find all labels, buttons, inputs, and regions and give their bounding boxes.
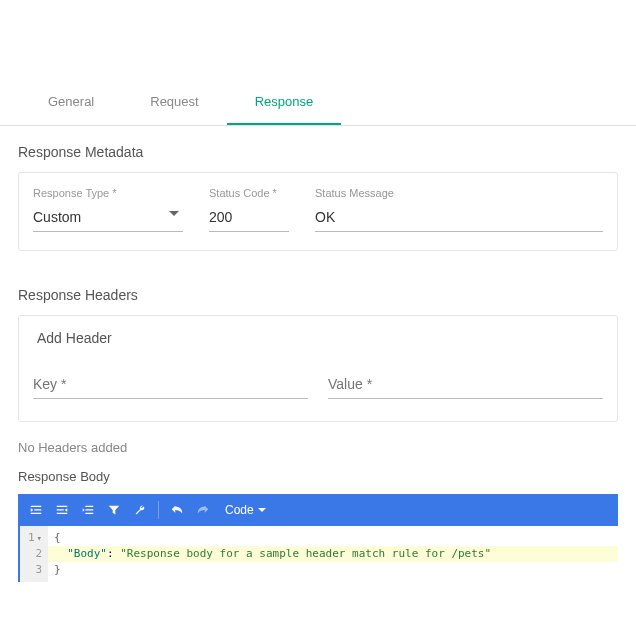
- indent-right-icon[interactable]: [26, 500, 46, 520]
- response-type-value: Custom: [33, 205, 183, 232]
- list-icon[interactable]: [78, 500, 98, 520]
- code-mode-label: Code: [225, 503, 254, 517]
- filter-icon[interactable]: [104, 500, 124, 520]
- response-metadata-panel: Response Type * Custom Status Code * Sta…: [18, 172, 618, 251]
- chevron-down-icon: [169, 211, 179, 216]
- code-mode-dropdown[interactable]: Code: [225, 503, 266, 517]
- status-message-field: Status Message: [315, 187, 603, 232]
- header-key-input[interactable]: [33, 372, 308, 399]
- tabs-bar: General Request Response: [0, 80, 636, 126]
- no-headers-text: No Headers added: [0, 440, 636, 469]
- code-editor: Code 1▾ 2 3 { "Body": "Response body for…: [18, 494, 618, 582]
- status-code-label: Status Code *: [209, 187, 289, 199]
- editor-body[interactable]: 1▾ 2 3 { "Body": "Response body for a sa…: [18, 526, 618, 582]
- status-message-input[interactable]: [315, 205, 603, 232]
- response-type-field: Response Type * Custom: [33, 187, 183, 232]
- response-body-title: Response Body: [0, 469, 636, 494]
- tab-request[interactable]: Request: [122, 80, 226, 125]
- response-headers-panel: Add Header: [18, 315, 618, 422]
- fold-icon[interactable]: ▾: [37, 530, 42, 546]
- response-type-label: Response Type *: [33, 187, 183, 199]
- tab-general[interactable]: General: [20, 80, 122, 125]
- header-value-input[interactable]: [328, 372, 603, 399]
- tab-response[interactable]: Response: [227, 80, 342, 125]
- redo-icon[interactable]: [193, 500, 213, 520]
- response-metadata-title: Response Metadata: [0, 126, 636, 172]
- status-message-label: Status Message: [315, 187, 603, 199]
- status-code-input[interactable]: [209, 205, 289, 232]
- code-lines[interactable]: { "Body": "Response body for a sample he…: [48, 526, 618, 582]
- undo-icon[interactable]: [167, 500, 187, 520]
- chevron-down-icon: [258, 508, 266, 512]
- response-headers-title: Response Headers: [0, 269, 636, 315]
- toolbar-separator: [158, 501, 159, 519]
- line-gutter: 1▾ 2 3: [20, 526, 48, 582]
- add-header-label: Add Header: [33, 330, 603, 346]
- editor-toolbar: Code: [18, 494, 618, 526]
- indent-left-icon[interactable]: [52, 500, 72, 520]
- status-code-field: Status Code *: [209, 187, 289, 232]
- response-type-select[interactable]: Custom: [33, 205, 183, 232]
- wrench-icon[interactable]: [130, 500, 150, 520]
